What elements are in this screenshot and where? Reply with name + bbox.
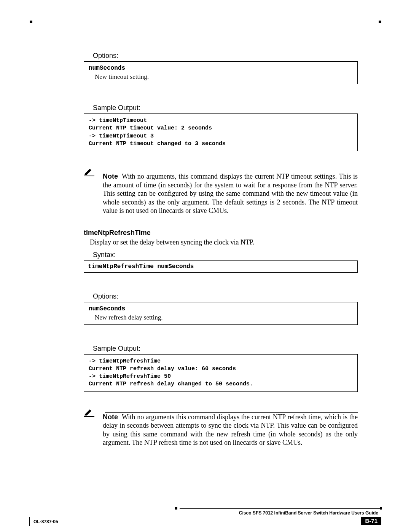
sample-output-code-2: -> timeNtpRefreshTime Current NTP refres… [84,354,358,392]
note-block-2: NoteWith no arguments this command displ… [84,407,358,447]
note-icon [84,167,93,176]
sample-output-code: -> timeNtpTimeout Current NTP timeout va… [84,113,358,151]
option-name-2: numSeconds [89,305,353,312]
command-description: Display or set the delay between syncing… [90,238,358,246]
options-label-2: Options: [93,292,358,300]
option-description-2: New refresh delay setting. [95,314,353,321]
note-block: NoteWith no arguments, this command disp… [84,166,358,215]
footer-rule-top [180,508,381,509]
page-content: Options: numSeconds New timeout setting.… [84,46,358,447]
syntax-box: timeNtpRefreshTime numSeconds [84,260,358,273]
syntax-label: Syntax: [93,251,358,259]
footer-rule-bottom [30,517,381,517]
note-icon [84,408,93,417]
crop-mark-top-right [379,21,381,23]
note-text-2: With no arguments this command displays … [103,413,358,447]
note-text: With no arguments, this command displays… [103,173,358,214]
options-label: Options: [93,52,358,60]
footer-dot-left [175,507,177,510]
crop-mark-top-left [30,21,32,23]
command-heading: timeNtpRefreshTime [84,229,358,237]
options-box-2: numSeconds New refresh delay setting. [84,302,358,325]
option-description: New timeout setting. [95,73,353,81]
sample-output-label-2: Sample Output: [93,345,358,353]
header-rule [32,22,379,22]
footer-doc-id: OL-8787-05 [33,519,58,524]
note-label: Note [103,173,118,180]
note-label-2: Note [103,413,118,421]
option-name: numSeconds [89,65,353,72]
footer-book-title: Cisco SFS 7012 InfiniBand Server Switch … [239,510,378,516]
options-box: numSeconds New timeout setting. [84,61,358,84]
footer-left-bar [29,517,30,526]
sample-output-label: Sample Output: [93,104,358,112]
page-number: B-71 [361,517,381,525]
